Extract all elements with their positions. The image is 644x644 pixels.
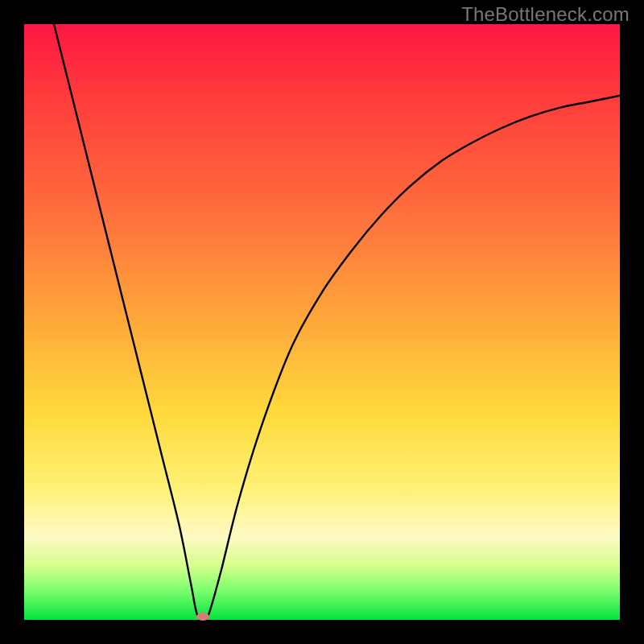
watermark-text: TheBottleneck.com xyxy=(461,3,630,26)
bottleneck-curve xyxy=(24,24,620,620)
chart-frame: TheBottleneck.com xyxy=(0,0,644,644)
minimum-marker xyxy=(196,613,209,621)
